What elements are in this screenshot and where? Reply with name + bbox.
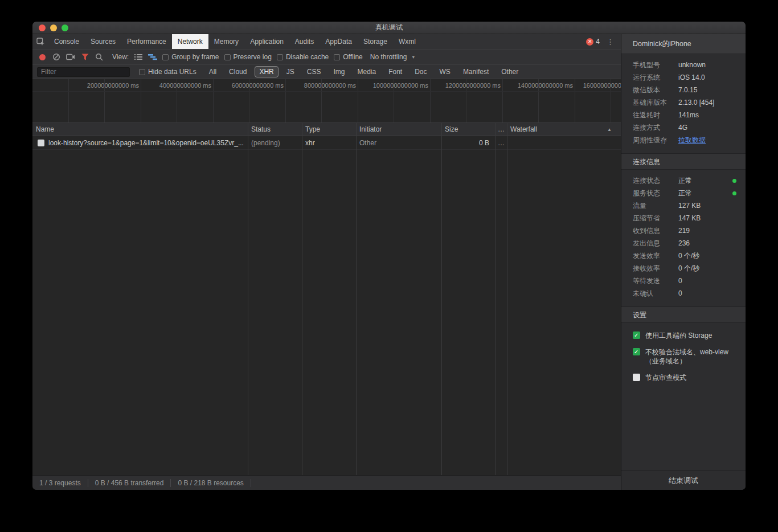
record-button[interactable] bbox=[38, 52, 47, 62]
info-row-os: 运行系统 iOS 14.0 bbox=[621, 71, 746, 84]
transferred-size: 0 B / 456 B transferred bbox=[88, 479, 171, 487]
tab-network[interactable]: Network bbox=[172, 34, 208, 49]
tab-appdata[interactable]: AppData bbox=[320, 34, 358, 49]
info-value: 127 KB bbox=[678, 202, 701, 210]
devtools-tabbar: Console Sources Performance Network Memo… bbox=[32, 34, 621, 50]
fetch-data-link[interactable]: 拉取数据 bbox=[678, 136, 706, 145]
column-divider[interactable] bbox=[356, 123, 357, 475]
waterfall-header-label: Waterfall bbox=[510, 125, 537, 133]
tab-wxml[interactable]: Wxml bbox=[393, 34, 421, 49]
more-menu-icon[interactable] bbox=[607, 38, 614, 46]
preserve-log-checkbox[interactable]: Preserve log bbox=[224, 53, 272, 61]
info-value: 141ms bbox=[678, 111, 699, 119]
column-header-waterfall[interactable]: Waterfall bbox=[507, 123, 621, 136]
filter-pill-manifest[interactable]: Manifest bbox=[458, 66, 493, 77]
tab-sources[interactable]: Sources bbox=[85, 34, 121, 49]
chevron-down-icon[interactable] bbox=[412, 54, 415, 60]
filter-pill-img[interactable]: Img bbox=[329, 66, 349, 77]
filter-pill-css[interactable]: CSS bbox=[302, 66, 326, 77]
zoom-window-button[interactable] bbox=[62, 24, 68, 31]
info-label: 手机型号 bbox=[633, 60, 678, 70]
filter-pill-all[interactable]: All bbox=[204, 66, 221, 77]
capture-screenshots-icon[interactable] bbox=[66, 52, 75, 62]
column-header-status[interactable]: Status bbox=[248, 123, 302, 136]
column-header-initiator[interactable]: Initiator bbox=[356, 123, 441, 136]
info-label: 连接状态 bbox=[633, 176, 678, 186]
request-name: look-history?source=1&page=1&limit=10&op… bbox=[48, 139, 244, 147]
tab-performance[interactable]: Performance bbox=[121, 34, 172, 49]
info-row-rtt: 往返耗时 141ms bbox=[621, 109, 746, 121]
request-status-cell: (pending) bbox=[248, 136, 302, 149]
tab-console[interactable]: Console bbox=[48, 34, 85, 49]
filter-pill-xhr[interactable]: XHR bbox=[255, 66, 278, 77]
column-header-name[interactable]: Name bbox=[32, 123, 248, 136]
filter-pill-other[interactable]: Other bbox=[497, 66, 523, 77]
info-value: 正常 bbox=[678, 176, 692, 186]
filter-pill-js[interactable]: JS bbox=[282, 66, 299, 77]
network-overview-timeline[interactable]: 200000000000 ms 400000000000 ms 60000000… bbox=[32, 79, 621, 123]
network-toolbar: View: Group by frame Preserve log bbox=[32, 50, 621, 65]
info-label: 发送效率 bbox=[633, 251, 678, 261]
setting-use-tool-storage[interactable]: 使用工具端的 Storage bbox=[633, 331, 734, 340]
waterfall-view-icon[interactable] bbox=[148, 52, 157, 62]
column-divider[interactable] bbox=[248, 123, 248, 475]
info-label: 未确认 bbox=[633, 289, 678, 298]
disable-cache-checkbox[interactable]: Disable cache bbox=[277, 53, 329, 61]
search-icon[interactable] bbox=[95, 52, 104, 62]
checked-checkbox-icon bbox=[633, 332, 640, 339]
table-row[interactable]: look-history?source=1&page=1&limit=10&op… bbox=[32, 136, 621, 150]
end-debugging-button[interactable]: 结束调试 bbox=[621, 470, 746, 490]
tab-application[interactable]: Application bbox=[244, 34, 289, 49]
throttling-select[interactable]: No throttling bbox=[370, 53, 407, 61]
checkbox-icon bbox=[277, 54, 283, 60]
filter-pill-cloud[interactable]: Cloud bbox=[224, 66, 251, 77]
filter-pill-doc[interactable]: Doc bbox=[410, 66, 431, 77]
tab-audits[interactable]: Audits bbox=[289, 34, 320, 49]
column-divider[interactable] bbox=[496, 123, 496, 475]
setting-node-inspect-mode[interactable]: 节点审查模式 bbox=[633, 373, 734, 382]
filter-input[interactable] bbox=[37, 67, 130, 77]
column-divider[interactable] bbox=[302, 123, 302, 475]
unchecked-checkbox-icon bbox=[633, 374, 640, 381]
checkbox-icon bbox=[162, 54, 169, 60]
window-titlebar[interactable]: 真机调试 bbox=[32, 22, 746, 34]
conn-row-pending-send: 等待发送 0 bbox=[621, 275, 746, 287]
group-by-frame-checkbox[interactable]: Group by frame bbox=[162, 53, 219, 61]
filter-pill-font[interactable]: Font bbox=[384, 66, 407, 77]
checkbox-icon bbox=[224, 54, 231, 60]
table-body: look-history?source=1&page=1&limit=10&op… bbox=[32, 136, 621, 475]
filter-pill-ws[interactable]: WS bbox=[435, 66, 455, 77]
devtools-pane: Console Sources Performance Network Memo… bbox=[32, 34, 621, 490]
clear-button[interactable] bbox=[52, 52, 61, 62]
column-header-type[interactable]: Type bbox=[302, 123, 356, 136]
info-row-phone-model: 手机型号 unknown bbox=[621, 59, 746, 71]
info-value: 0 bbox=[678, 277, 682, 285]
conn-row-traffic: 流量 127 KB bbox=[621, 199, 746, 212]
timeline-tick: 800000000000 ms bbox=[292, 82, 356, 89]
minimize-window-button[interactable] bbox=[50, 24, 57, 31]
list-view-icon[interactable] bbox=[134, 52, 143, 62]
column-header-size[interactable]: Size bbox=[441, 123, 496, 136]
filter-pill-media[interactable]: Media bbox=[353, 66, 380, 77]
column-header-more[interactable]: … bbox=[496, 123, 507, 136]
conn-row-link-status: 连接状态 正常 bbox=[621, 174, 746, 187]
filter-funnel-icon[interactable] bbox=[80, 52, 89, 62]
column-divider[interactable] bbox=[507, 123, 507, 475]
setting-skip-domain-check[interactable]: 不校验合法域名、web-view（业务域名） bbox=[633, 347, 734, 366]
info-label: 流量 bbox=[633, 201, 678, 211]
error-count-badge[interactable]: 4 bbox=[586, 38, 600, 46]
info-value: 0 个/秒 bbox=[678, 264, 699, 273]
close-window-button[interactable] bbox=[39, 24, 46, 31]
resources-size: 0 B / 218 B resources bbox=[171, 479, 251, 487]
column-divider[interactable] bbox=[441, 123, 442, 475]
hide-data-urls-checkbox[interactable]: Hide data URLs bbox=[139, 68, 196, 76]
info-value: 正常 bbox=[678, 189, 692, 198]
offline-checkbox[interactable]: Offline bbox=[334, 53, 362, 61]
conn-row-receive-rate: 接收效率 0 个/秒 bbox=[621, 262, 746, 275]
tab-storage[interactable]: Storage bbox=[358, 34, 393, 49]
inspect-element-icon[interactable] bbox=[32, 34, 48, 49]
section-header-connection: 连接信息 bbox=[621, 153, 746, 170]
tab-memory[interactable]: Memory bbox=[208, 34, 244, 49]
timeline-tick: 400000000000 ms bbox=[148, 82, 211, 89]
info-row-periodic-cache: 周期性缓存 拉取数据 bbox=[621, 134, 746, 146]
